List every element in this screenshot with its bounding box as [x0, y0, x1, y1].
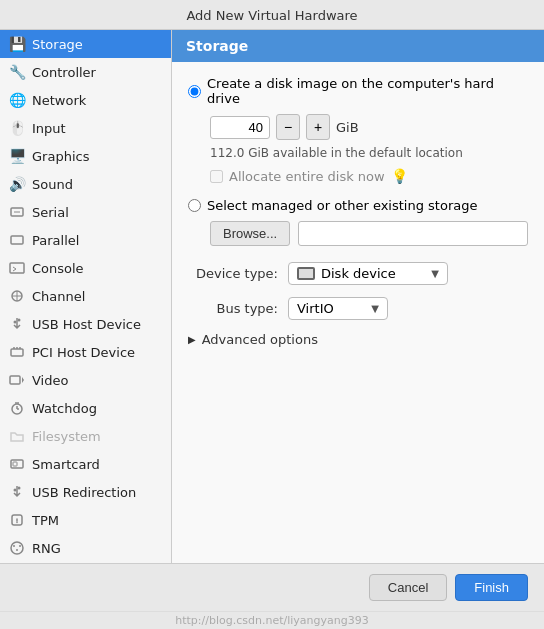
sidebar-label-serial: Serial: [32, 205, 69, 220]
sidebar-label-graphics: Graphics: [32, 149, 89, 164]
usb-host-icon: [8, 315, 26, 333]
radio-create-row: Create a disk image on the computer's ha…: [188, 76, 528, 106]
finish-button[interactable]: Finish: [455, 574, 528, 601]
storage-icon: 💾: [8, 35, 26, 53]
available-text: 112.0 GiB available in the default locat…: [210, 146, 528, 160]
radio-create-disk[interactable]: [188, 85, 201, 98]
video-icon: [8, 371, 26, 389]
pci-host-icon: [8, 343, 26, 361]
sidebar-item-rng[interactable]: RNG: [0, 534, 171, 562]
sidebar-label-channel: Channel: [32, 289, 85, 304]
graphics-icon: 🖥️: [8, 147, 26, 165]
device-type-row: Device type: Disk device ▼: [188, 262, 528, 285]
sidebar-item-controller[interactable]: 🔧 Controller: [0, 58, 171, 86]
svg-rect-20: [13, 462, 17, 466]
sidebar-item-pci-host-device[interactable]: PCI Host Device: [0, 338, 171, 366]
dialog-title: Add New Virtual Hardware: [0, 0, 544, 30]
radio-select-label[interactable]: Select managed or other existing storage: [207, 198, 477, 213]
svg-point-27: [16, 549, 18, 551]
svg-rect-2: [11, 236, 23, 244]
sidebar-item-usb-host-device[interactable]: USB Host Device: [0, 310, 171, 338]
console-icon: [8, 259, 26, 277]
sidebar-item-graphics[interactable]: 🖥️ Graphics: [0, 142, 171, 170]
sidebar-item-storage[interactable]: 💾 Storage: [0, 30, 171, 58]
sidebar-label-filesystem: Filesystem: [32, 429, 101, 444]
sidebar-label-smartcard: Smartcard: [32, 457, 100, 472]
advanced-options-label: Advanced options: [202, 332, 318, 347]
content-header: Storage: [172, 30, 544, 62]
bus-type-label: Bus type:: [188, 301, 278, 316]
sidebar-label-pci-host-device: PCI Host Device: [32, 345, 135, 360]
content-body: Create a disk image on the computer's ha…: [172, 62, 544, 563]
sidebar-label-network: Network: [32, 93, 86, 108]
sidebar-item-network[interactable]: 🌐 Network: [0, 86, 171, 114]
sidebar-item-console[interactable]: Console: [0, 254, 171, 282]
smartcard-icon: [8, 455, 26, 473]
device-type-value: Disk device: [321, 266, 425, 281]
usb-redirection-icon: [8, 483, 26, 501]
serial-icon: [8, 203, 26, 221]
increment-button[interactable]: +: [306, 114, 330, 140]
device-type-arrow: ▼: [431, 268, 439, 279]
sidebar-label-rng: RNG: [32, 541, 61, 556]
sidebar-item-tpm[interactable]: TPM: [0, 506, 171, 534]
sidebar-item-video[interactable]: Video: [0, 366, 171, 394]
sidebar-label-input: Input: [32, 121, 66, 136]
svg-point-24: [11, 542, 23, 554]
sidebar-item-smartcard[interactable]: Smartcard: [0, 450, 171, 478]
sidebar-label-watchdog: Watchdog: [32, 401, 97, 416]
advanced-arrow-icon: ▶: [188, 334, 196, 345]
svg-rect-9: [11, 349, 23, 356]
hint-icon: 💡: [391, 168, 408, 184]
allocate-label: Allocate entire disk now: [229, 169, 385, 184]
tpm-icon: [8, 511, 26, 529]
allocate-checkbox[interactable]: [210, 170, 223, 183]
cancel-button[interactable]: Cancel: [369, 574, 447, 601]
radio-group-disk: Create a disk image on the computer's ha…: [188, 76, 528, 184]
sidebar-item-sound[interactable]: 🔊 Sound: [0, 170, 171, 198]
svg-point-26: [19, 545, 21, 547]
sidebar-item-usb-redirection[interactable]: USB Redirection: [0, 478, 171, 506]
sidebar-item-watchdog[interactable]: Watchdog: [0, 394, 171, 422]
svg-point-22: [18, 487, 21, 490]
device-type-label: Device type:: [188, 266, 278, 281]
sidebar-item-channel[interactable]: Channel: [0, 282, 171, 310]
channel-icon: [8, 287, 26, 305]
controller-icon: 🔧: [8, 63, 26, 81]
footer: Cancel Finish: [0, 563, 544, 611]
svg-marker-14: [22, 377, 24, 383]
svg-point-8: [18, 319, 21, 322]
svg-point-25: [13, 545, 15, 547]
svg-point-21: [14, 489, 17, 492]
bus-type-select[interactable]: VirtIO ▼: [288, 297, 388, 320]
watchdog-icon: [8, 399, 26, 417]
radio-select-storage[interactable]: [188, 199, 201, 212]
sidebar-label-video: Video: [32, 373, 68, 388]
sidebar-label-storage: Storage: [32, 37, 83, 52]
sidebar-label-usb-redirection: USB Redirection: [32, 485, 136, 500]
parallel-icon: [8, 231, 26, 249]
sidebar-item-parallel[interactable]: Parallel: [0, 226, 171, 254]
svg-rect-3: [10, 263, 24, 273]
radio-select-row: Select managed or other existing storage: [188, 198, 528, 213]
bus-type-row: Bus type: VirtIO ▼: [188, 297, 528, 320]
disk-size-unit: GiB: [336, 120, 359, 135]
content-area: Storage Create a disk image on the compu…: [172, 30, 544, 563]
network-icon: 🌐: [8, 91, 26, 109]
browse-path-input[interactable]: [298, 221, 528, 246]
browse-row: Browse...: [210, 221, 528, 246]
disk-size-input[interactable]: 40: [210, 116, 270, 139]
decrement-button[interactable]: −: [276, 114, 300, 140]
device-type-select[interactable]: Disk device ▼: [288, 262, 448, 285]
sidebar-label-usb-host-device: USB Host Device: [32, 317, 141, 332]
sidebar-item-input[interactable]: 🖱️ Input: [0, 114, 171, 142]
bus-type-value: VirtIO: [297, 301, 365, 316]
disk-device-icon: [297, 267, 315, 280]
sidebar-item-serial[interactable]: Serial: [0, 198, 171, 226]
svg-rect-13: [10, 376, 20, 384]
svg-point-7: [14, 321, 17, 324]
radio-create-label[interactable]: Create a disk image on the computer's ha…: [207, 76, 528, 106]
browse-button[interactable]: Browse...: [210, 221, 290, 246]
advanced-options-row[interactable]: ▶ Advanced options: [188, 332, 528, 347]
bus-type-arrow: ▼: [371, 303, 379, 314]
